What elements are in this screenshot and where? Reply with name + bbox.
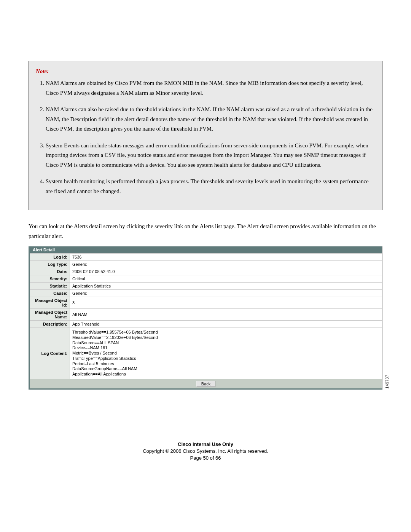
log-content-line: Application==All Applications xyxy=(72,372,379,377)
log-content-line: Period=Last 5 minutes xyxy=(72,361,379,367)
table-row: Managed Object Name: All NAM xyxy=(30,309,382,321)
field-label: Log Type: xyxy=(30,261,70,268)
table-row: Log Content: ThresholdValue==1.95575e+06… xyxy=(30,328,382,379)
field-value: Application Statistics xyxy=(70,283,382,290)
field-value: Generic xyxy=(70,290,382,297)
note-item: System Events can include status message… xyxy=(46,141,375,170)
field-label: Managed Object Name: xyxy=(30,309,70,321)
field-value: Critical xyxy=(70,275,382,283)
alert-detail-figure: Alert Detail Log Id: 7536 Log Type: Gene… xyxy=(29,246,382,390)
alert-detail-table: Log Id: 7536 Log Type: Generic Date: 200… xyxy=(30,253,382,379)
log-content-line: DataSourceGroupName==All NAM xyxy=(72,366,379,372)
log-content-cell: ThresholdValue==1.95575e+06 Bytes/Second… xyxy=(70,328,382,379)
log-content-lines: ThresholdValue==1.95575e+06 Bytes/Second… xyxy=(72,329,379,378)
body-paragraph: You can look at the Alerts detail screen… xyxy=(29,222,382,241)
field-label: Severity: xyxy=(30,275,70,283)
field-value: Generic xyxy=(70,261,382,268)
note-item: System health monitoring is performed th… xyxy=(46,177,375,196)
table-row: Date: 2006-02-07 08:52:41.0 xyxy=(30,268,382,275)
table-row: Cause: Generic xyxy=(30,290,382,297)
field-label: Date: xyxy=(30,268,70,275)
field-value: All NAM xyxy=(70,309,382,321)
field-value: App Threshold xyxy=(70,321,382,328)
button-row: Back xyxy=(30,379,382,388)
log-content-line: TrafficType==Application Statistics xyxy=(72,356,379,361)
table-row: Severity: Critical xyxy=(30,275,382,283)
field-label: Description: xyxy=(30,321,70,328)
figure-id: 149737 xyxy=(385,375,389,388)
log-content-line: ThresholdValue==1.95575e+06 Bytes/Second xyxy=(72,330,379,335)
note-heading: Note: xyxy=(36,68,375,75)
note-item: NAM Alarms can also be raised due to thr… xyxy=(46,105,375,134)
field-label: Managed Object Id: xyxy=(30,297,70,309)
log-content-line: MeasuredValue==2.19202e+06 Bytes/Second xyxy=(72,335,379,340)
field-label: Cause: xyxy=(30,290,70,297)
note-item: NAM Alarms are obtained by Cisco PVM fro… xyxy=(46,78,375,98)
table-row: Description: App Threshold xyxy=(30,321,382,328)
log-content-line: Metric==Bytes / Second xyxy=(72,351,379,356)
table-row: Managed Object Id: 3 xyxy=(30,297,382,309)
field-label: Statistic: xyxy=(30,283,70,290)
log-content-line: Device==NAM 161 xyxy=(72,345,379,351)
field-label: Log Content: xyxy=(30,328,70,379)
page-body: Note: NAM Alarms are obtained by Cisco P… xyxy=(0,0,411,390)
alert-detail-title: Alert Detail xyxy=(30,246,382,253)
field-value: 7536 xyxy=(70,254,382,261)
field-value: 2006-02-07 08:52:41.0 xyxy=(70,268,382,275)
log-content-line: DataSource==ALL SPAN xyxy=(72,340,379,346)
back-button[interactable]: Back xyxy=(196,381,215,387)
table-row: Log Id: 7536 xyxy=(30,254,382,261)
note-list: NAM Alarms are obtained by Cisco PVM fro… xyxy=(36,78,375,196)
field-value: 3 xyxy=(70,297,382,309)
table-row: Log Type: Generic xyxy=(30,261,382,268)
field-label: Log Id: xyxy=(30,254,70,261)
table-row: Statistic: Application Statistics xyxy=(30,283,382,290)
note-box: Note: NAM Alarms are obtained by Cisco P… xyxy=(29,61,382,210)
alert-detail-panel: Alert Detail Log Id: 7536 Log Type: Gene… xyxy=(29,246,382,390)
